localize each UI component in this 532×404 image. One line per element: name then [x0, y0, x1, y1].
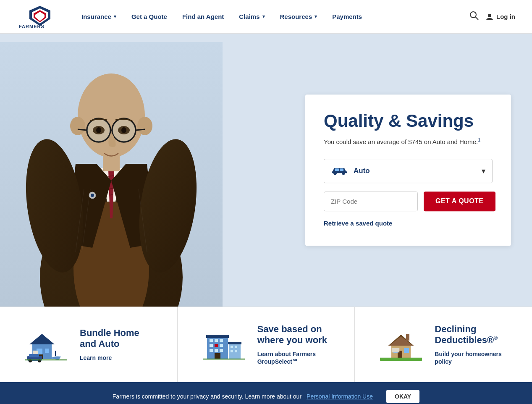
svg-line-7: [476, 17, 479, 20]
privacy-info-link[interactable]: Personal Information Use: [307, 393, 373, 400]
svg-point-8: [488, 14, 491, 17]
privacy-okay-button[interactable]: OKAY: [386, 390, 419, 403]
svg-rect-87: [392, 348, 399, 352]
svg-point-32: [96, 127, 101, 133]
feature-bundle-link[interactable]: Learn more: [80, 354, 112, 361]
quote-card-title: Quality & Savings: [324, 111, 493, 131]
quote-card: Quality & Savings You could save an aver…: [305, 94, 511, 246]
feature-groupselect-link[interactable]: Learn about Farmers GroupSelect℠: [257, 351, 316, 365]
chevron-down-icon: ▾: [482, 166, 485, 176]
feature-deductibles-text: Declining Deductibles®® Build your homeo…: [435, 324, 511, 365]
chevron-down-icon: ▾: [114, 14, 116, 19]
svg-rect-61: [210, 339, 213, 342]
svg-point-43: [333, 171, 337, 175]
svg-point-6: [470, 12, 476, 18]
features-section: Bundle Home and Auto Learn more: [0, 307, 532, 382]
footnote: 1: [478, 137, 480, 142]
svg-rect-63: [220, 339, 223, 342]
svg-rect-66: [220, 344, 223, 347]
nav-insurance[interactable]: Insurance ▾: [76, 10, 122, 24]
svg-line-26: [78, 129, 87, 130]
hero-section: Quality & Savings You could save an aver…: [0, 34, 532, 307]
svg-rect-84: [406, 334, 409, 341]
svg-point-44: [342, 171, 345, 175]
select-label: Auto: [354, 167, 482, 175]
privacy-banner: Farmers is committed to your privacy and…: [0, 382, 532, 404]
svg-text:FARMERS: FARMERS: [19, 24, 45, 29]
svg-point-22: [137, 117, 152, 135]
retrieve-saved-quote-link[interactable]: Retrieve a saved quote: [324, 220, 392, 227]
search-button[interactable]: [469, 11, 479, 22]
svg-rect-54: [29, 354, 39, 357]
header-actions: Log in: [469, 11, 515, 22]
svg-point-21: [70, 117, 85, 135]
svg-rect-45: [335, 168, 339, 171]
svg-rect-68: [215, 349, 218, 352]
hero-quote-content: Quality & Savings You could save an aver…: [305, 94, 511, 246]
feature-bundle-title: Bundle Home and Auto: [80, 328, 156, 350]
nav-payments[interactable]: Payments: [326, 10, 368, 24]
privacy-text: Farmers is committed to your privacy and…: [113, 393, 301, 400]
zip-code-input[interactable]: [324, 192, 418, 211]
svg-rect-64: [210, 344, 213, 347]
feature-bundle-text: Bundle Home and Auto Learn more: [80, 328, 156, 362]
nav-resources[interactable]: Resources ▾: [274, 10, 323, 24]
svg-rect-60: [206, 335, 229, 338]
nav-get-a-quote[interactable]: Get a Quote: [126, 10, 173, 24]
svg-rect-75: [231, 350, 233, 352]
svg-marker-47: [29, 334, 55, 344]
quote-card-subtitle: You could save an average of $745 on Aut…: [324, 136, 493, 147]
car-icon: [331, 164, 348, 178]
feature-deductibles-title: Declining Deductibles®®: [435, 324, 511, 346]
svg-rect-73: [231, 346, 233, 348]
feature-bundle[interactable]: Bundle Home and Auto Learn more: [0, 307, 178, 382]
chevron-down-icon: ▾: [262, 14, 265, 19]
bundle-icon: [21, 325, 71, 363]
deductibles-icon: [376, 325, 426, 363]
svg-rect-82: [404, 348, 409, 353]
nav-claims[interactable]: Claims ▾: [233, 10, 270, 24]
get-quote-button[interactable]: GET A QUOTE: [424, 192, 495, 211]
farmers-logo: FARMERS INSURANCE: [17, 4, 63, 29]
feature-deductibles[interactable]: Declining Deductibles®® Build your homeo…: [355, 307, 532, 382]
svg-rect-50: [45, 349, 49, 353]
user-icon: [485, 13, 494, 21]
groupselect-icon: [199, 325, 249, 363]
chevron-down-icon: ▾: [314, 14, 317, 19]
svg-text:INSURANCE: INSURANCE: [23, 29, 45, 29]
search-icon: [469, 11, 479, 20]
svg-rect-74: [235, 346, 237, 348]
svg-rect-86: [380, 358, 422, 361]
svg-rect-69: [220, 349, 223, 352]
svg-rect-46: [340, 168, 343, 171]
hero-person-image: [0, 42, 223, 307]
feature-groupselect[interactable]: Save based on where you work Learn about…: [178, 307, 355, 382]
main-nav: Insurance ▾ Get a Quote Find an Agent Cl…: [76, 10, 469, 24]
svg-line-27: [136, 129, 145, 130]
quote-form-row: GET A QUOTE: [324, 192, 493, 211]
svg-rect-62: [215, 339, 218, 342]
nav-find-an-agent[interactable]: Find an Agent: [176, 10, 230, 24]
svg-rect-72: [228, 342, 241, 344]
svg-point-33: [121, 127, 126, 133]
svg-rect-65: [215, 344, 218, 347]
logo-area[interactable]: FARMERS INSURANCE: [17, 4, 63, 29]
svg-point-42: [91, 194, 94, 197]
feature-groupselect-title: Save based on where you work: [257, 324, 334, 346]
site-header: FARMERS INSURANCE Insurance ▾ Get a Quot…: [0, 0, 532, 34]
feature-deductibles-link[interactable]: Build your homeowners policy: [435, 351, 501, 365]
svg-rect-70: [215, 353, 220, 359]
insurance-type-select[interactable]: Auto ▾: [324, 159, 493, 183]
svg-rect-76: [235, 350, 237, 352]
feature-groupselect-text: Save based on where you work Learn about…: [257, 324, 334, 365]
svg-rect-67: [210, 349, 213, 352]
login-button[interactable]: Log in: [485, 13, 515, 21]
